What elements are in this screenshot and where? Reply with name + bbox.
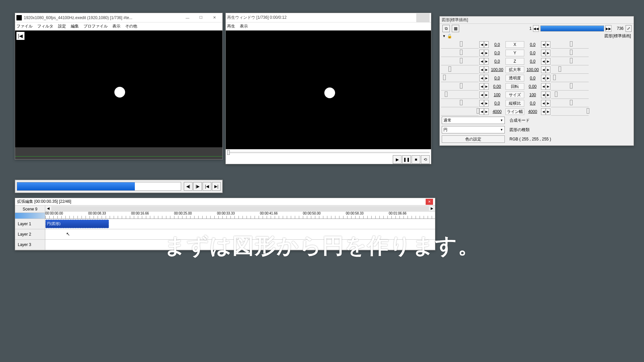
slider-right[interactable] <box>551 101 589 107</box>
param-label[interactable]: Y <box>505 50 524 56</box>
slider-left[interactable] <box>441 110 479 116</box>
decrement-button[interactable]: ◀ <box>541 50 546 56</box>
increment-button[interactable]: ▶ <box>484 66 489 73</box>
param-label[interactable]: サイズ <box>505 92 524 98</box>
slider-right[interactable] <box>551 76 589 82</box>
play-button[interactable]: ▶ <box>393 155 401 164</box>
scroll-left-button[interactable]: ◀ <box>45 206 51 210</box>
go-start-button[interactable]: |◀ <box>203 182 211 191</box>
increment-button[interactable]: ▶ <box>546 83 550 90</box>
decrement-button[interactable]: ◀ <box>541 92 546 98</box>
value-right[interactable]: 100.00 <box>525 67 540 72</box>
props-button-a[interactable]: ⧉ <box>442 25 450 32</box>
value-left[interactable]: 100 <box>489 93 505 97</box>
value-left[interactable]: 0.0 <box>489 42 505 47</box>
slider-left[interactable] <box>441 68 479 74</box>
value-right[interactable]: 0.0 <box>525 101 540 106</box>
progress-bar[interactable] <box>17 182 181 191</box>
minimize-button[interactable]: — <box>181 13 194 22</box>
value-right[interactable]: 4000 <box>525 109 540 114</box>
value-right[interactable]: 0.00 <box>525 84 540 89</box>
increment-button[interactable]: ▶ <box>546 75 550 81</box>
param-label[interactable]: Z <box>505 58 524 65</box>
slider-left[interactable] <box>441 51 479 57</box>
slider-right[interactable] <box>551 84 589 90</box>
timeline-ruler[interactable]: 00:00:00.0000:00:08.3300:00:16.6600:00:2… <box>45 212 435 219</box>
decrement-button[interactable]: ◀ <box>479 83 484 90</box>
decrement-button[interactable]: ◀ <box>479 50 484 56</box>
decrement-button[interactable]: ◀ <box>541 100 546 107</box>
value-left[interactable]: 100.00 <box>489 67 505 72</box>
decrement-button[interactable]: ◀ <box>479 108 484 115</box>
frame-seek[interactable] <box>540 25 604 32</box>
increment-button[interactable]: ▶ <box>546 50 550 56</box>
param-label[interactable]: ライン幅 <box>505 108 524 115</box>
value-left[interactable]: 0.00 <box>489 84 505 89</box>
go-end-button[interactable]: ▶| <box>212 182 221 191</box>
loop-button[interactable]: ⟲ <box>421 155 430 164</box>
menu-other[interactable]: その他 <box>125 23 137 29</box>
increment-button[interactable]: ▶ <box>484 83 489 90</box>
blend-mode-select[interactable]: 通常▼ <box>442 117 505 124</box>
playback-titlebar[interactable]: 再生ウィンドウ [1/736] 0:00/0:12 <box>226 13 431 22</box>
increment-button[interactable]: ▶ <box>484 58 489 65</box>
increment-button[interactable]: ▶ <box>546 108 550 115</box>
menu-view[interactable]: 表示 <box>112 23 120 29</box>
audio-waveform[interactable] <box>15 147 222 159</box>
decrement-button[interactable]: ◀ <box>541 75 546 81</box>
maximize-button[interactable]: ☐ <box>194 13 208 22</box>
decrement-button[interactable]: ◀ <box>479 58 484 65</box>
playback-close-button[interactable] <box>416 13 430 22</box>
increment-button[interactable]: ▶ <box>546 58 550 65</box>
next-frame-button[interactable]: |▶ <box>193 182 202 191</box>
value-left[interactable]: 4000 <box>489 109 505 114</box>
decrement-button[interactable]: ◀ <box>541 58 546 65</box>
timeline-hscroll[interactable]: ◀ ▶ <box>45 205 435 212</box>
decrement-button[interactable]: ◀ <box>479 41 484 48</box>
increment-button[interactable]: ▶ <box>546 100 550 107</box>
color-settings-button[interactable]: 色の設定 <box>442 135 505 143</box>
param-label[interactable]: 回転 <box>505 83 524 90</box>
increment-button[interactable]: ▶ <box>546 66 550 73</box>
increment-button[interactable]: ▶ <box>484 100 489 107</box>
stop-button[interactable]: ■ <box>412 155 420 164</box>
slider-left[interactable] <box>441 59 479 65</box>
menu-playback[interactable]: 再生 <box>227 23 235 29</box>
track-row-1[interactable]: 円(図形) <box>45 219 435 229</box>
scene-thumbnail[interactable] <box>15 213 45 219</box>
value-left[interactable]: 0.0 <box>489 101 505 106</box>
increment-button[interactable]: ▶ <box>484 50 489 56</box>
menu-settings[interactable]: 設定 <box>58 23 66 29</box>
slider-right[interactable] <box>551 93 589 99</box>
frame-start[interactable]: 1 <box>525 26 532 31</box>
frame-expand-button[interactable]: ⤢ <box>626 25 632 32</box>
decrement-button[interactable]: ◀ <box>479 100 484 107</box>
decrement-button[interactable]: ◀ <box>479 66 484 73</box>
layer-1-header[interactable]: Layer 1 <box>15 219 45 229</box>
param-label[interactable]: 拡大率 <box>505 66 524 73</box>
value-right[interactable]: 0.0 <box>525 76 540 80</box>
slider-left[interactable] <box>441 84 479 90</box>
value-left[interactable]: 0.0 <box>489 59 505 64</box>
value-right[interactable]: 0.0 <box>525 51 540 55</box>
scroll-right-button[interactable]: ▶ <box>429 206 435 210</box>
menu-profile[interactable]: プロファイル <box>84 23 108 29</box>
slider-right[interactable] <box>551 51 589 57</box>
slider-right[interactable] <box>551 110 589 116</box>
increment-button[interactable]: ▶ <box>484 108 489 115</box>
clip-circle[interactable]: 円(図形) <box>45 220 109 228</box>
param-label[interactable]: 縦横比 <box>505 100 524 107</box>
param-label[interactable]: X <box>505 41 524 48</box>
frame-end[interactable]: 736 <box>613 26 624 31</box>
increment-button[interactable]: ▶ <box>484 75 489 81</box>
menu-edit[interactable]: 編集 <box>71 23 79 29</box>
slider-left[interactable] <box>441 43 479 49</box>
scene-selector[interactable]: Scene 9 <box>15 205 45 213</box>
timeline-close-button[interactable]: ✕ <box>426 199 433 205</box>
shape-type-select[interactable]: 円▼ <box>442 126 505 133</box>
properties-title[interactable]: 図形[標準描画] <box>440 16 634 24</box>
main-titlebar[interactable]: 1920x1080_60fps_44100Hz.exedit (1920,108… <box>15 13 222 22</box>
menu-filter[interactable]: フィルタ <box>37 23 53 29</box>
playback-seekbar[interactable] <box>226 149 431 155</box>
seek-thumb[interactable] <box>227 150 230 155</box>
